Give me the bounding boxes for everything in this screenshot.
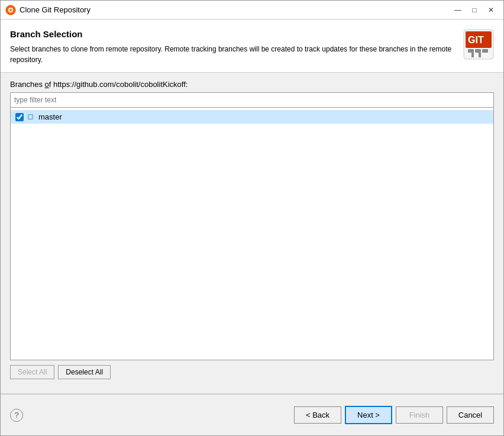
page-title: Branch Selection	[10, 29, 456, 39]
window-icon	[5, 5, 16, 15]
header-text: Branch Selection Select branches to clon…	[10, 29, 456, 65]
minimize-button[interactable]: —	[450, 4, 466, 16]
clone-git-repository-window: Clone Git Repository — □ ✕ Branch Select…	[0, 0, 504, 436]
svg-text:GIT: GIT	[468, 35, 484, 45]
back-button[interactable]: < Back	[294, 406, 341, 424]
close-button[interactable]: ✕	[483, 4, 499, 16]
main-section: Branches of https://github.com/cobolit/c…	[1, 73, 503, 386]
header-section: Branch Selection Select branches to clon…	[1, 20, 503, 73]
branch-name: master	[38, 112, 62, 121]
title-bar: Clone Git Repository — □ ✕	[1, 1, 503, 20]
bottom-left: ?	[10, 409, 23, 422]
maximize-button[interactable]: □	[467, 4, 482, 16]
list-item[interactable]: ⛋ master	[11, 110, 493, 124]
svg-rect-10	[479, 53, 481, 57]
window-title: Clone Git Repository	[20, 5, 450, 14]
filter-input[interactable]	[10, 92, 494, 108]
branch-list: ⛋ master	[10, 108, 494, 360]
bottom-bar: ? < Back Next > Finish Cancel	[1, 394, 503, 435]
deselect-all-button[interactable]: Deselect All	[58, 365, 111, 379]
svg-rect-8	[482, 49, 488, 53]
content-area: Branch Selection Select branches to clon…	[1, 20, 503, 435]
svg-rect-7	[475, 49, 481, 53]
select-all-button[interactable]: Select All	[10, 365, 54, 379]
help-button[interactable]: ?	[10, 409, 23, 422]
bottom-right: < Back Next > Finish Cancel	[294, 406, 494, 424]
finish-button[interactable]: Finish	[396, 406, 443, 424]
svg-point-2	[9, 9, 12, 11]
page-description: Select branches to clone from remote rep…	[10, 44, 456, 65]
git-logo: GIT	[463, 29, 494, 60]
next-button[interactable]: Next >	[345, 406, 392, 424]
branch-icon: ⛋	[27, 112, 35, 121]
svg-rect-6	[468, 49, 474, 53]
branch-checkbox[interactable]	[15, 113, 24, 121]
action-buttons: Select All Deselect All	[10, 360, 494, 379]
branches-label: Branches of https://github.com/cobolit/c…	[10, 80, 494, 89]
window-controls: — □ ✕	[450, 4, 499, 16]
svg-rect-9	[471, 53, 474, 57]
cancel-button[interactable]: Cancel	[447, 406, 494, 424]
